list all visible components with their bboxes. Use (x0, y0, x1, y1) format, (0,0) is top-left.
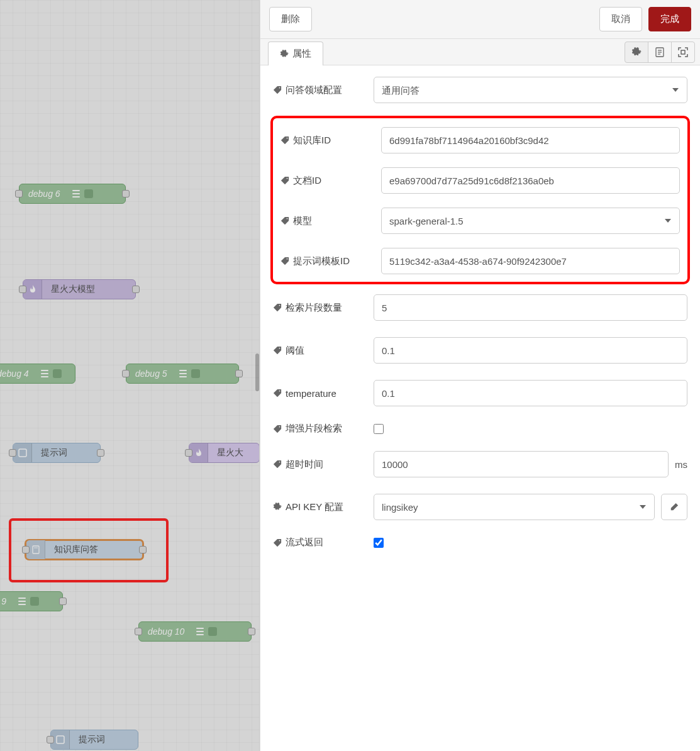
tag-icon (273, 425, 282, 433)
gear-icon (273, 503, 282, 511)
panel-body: 问答领域配置 通用问答 知识库ID 文档ID 模型 spark-general-… (260, 65, 700, 751)
field-label: 阈值 (286, 345, 304, 357)
tab-properties[interactable]: 属性 (268, 42, 323, 65)
field-label: 流式返回 (286, 537, 323, 548)
tag-icon (281, 216, 289, 225)
delete-button[interactable]: 删除 (269, 7, 312, 31)
flow-canvas: debug 6 星火大模型 debug 4 debug 5 提示词 星火大 (0, 0, 260, 751)
field-label: 增强片段检索 (286, 423, 342, 435)
panel-tabs: 属性 (260, 39, 700, 65)
svg-rect-8 (681, 50, 685, 54)
field-label: 模型 (293, 215, 312, 227)
tag-icon (273, 389, 282, 398)
field-domain-config: 问答领域配置 通用问答 (273, 77, 687, 103)
field-label: 文档ID (293, 175, 321, 187)
enhance-checkbox[interactable] (374, 424, 384, 434)
tag-icon (273, 86, 282, 94)
settings-icon-button[interactable] (625, 42, 648, 63)
canvas-dim-overlay (0, 0, 259, 751)
domain-select[interactable]: 通用问答 (374, 77, 687, 103)
field-label: 知识库ID (293, 135, 331, 147)
field-label: temperature (286, 388, 336, 399)
field-segments: 检索片段数量 (273, 294, 687, 321)
apikey-select[interactable]: lingsikey (374, 494, 655, 520)
field-doc-id: 文档ID (281, 167, 680, 194)
field-temperature: temperature (273, 380, 687, 406)
model-select[interactable]: spark-general-1.5 (381, 208, 680, 234)
highlight-box-fields: 知识库ID 文档ID 模型 spark-general-1.5 提示词模板ID (270, 116, 690, 284)
tag-icon (281, 136, 289, 145)
doc-icon-button[interactable] (648, 42, 672, 63)
tag-icon (273, 460, 282, 469)
tag-icon (281, 257, 289, 265)
timeout-input[interactable] (374, 451, 669, 477)
stream-checkbox[interactable] (374, 538, 384, 548)
cancel-button[interactable]: 取消 (599, 7, 642, 31)
done-button[interactable]: 完成 (648, 7, 691, 31)
field-kb-id: 知识库ID (281, 127, 680, 153)
field-label: 检索片段数量 (286, 302, 342, 314)
temperature-input[interactable] (374, 380, 687, 406)
tag-icon (273, 346, 282, 355)
kb-id-input[interactable] (381, 127, 680, 153)
field-apikey: API KEY 配置 lingsikey (273, 494, 687, 520)
field-timeout: 超时时间 ms (273, 451, 687, 477)
field-label: 提示词模板ID (293, 255, 350, 267)
field-stream: 流式返回 (273, 537, 687, 548)
segments-input[interactable] (374, 294, 687, 321)
tab-action-icons (625, 42, 695, 63)
field-label: 问答领域配置 (286, 84, 342, 96)
tag-icon (281, 176, 289, 185)
apikey-edit-button[interactable] (661, 494, 687, 520)
field-label: API KEY 配置 (286, 501, 343, 513)
tab-label: 属性 (292, 48, 311, 60)
tag-icon (273, 538, 282, 547)
pencil-icon (670, 503, 679, 511)
field-threshold: 阈值 (273, 337, 687, 364)
template-id-input[interactable] (381, 248, 680, 274)
focus-icon-button[interactable] (671, 42, 695, 63)
timeout-suffix: ms (675, 459, 687, 470)
field-enhance: 增强片段检索 (273, 423, 687, 435)
panel-toolbar: 删除 取消 完成 (260, 0, 700, 39)
tag-icon (273, 303, 282, 312)
threshold-input[interactable] (374, 337, 687, 364)
field-template-id: 提示词模板ID (281, 248, 680, 274)
field-model: 模型 spark-general-1.5 (281, 208, 680, 234)
field-label: 超时时间 (286, 459, 323, 470)
scrollbar-thumb[interactable] (255, 353, 259, 391)
properties-panel: 删除 取消 完成 属性 问答领域配置 通用问答 知识库ID 文档ID (260, 0, 700, 751)
doc-id-input[interactable] (381, 167, 680, 194)
gear-icon (280, 50, 289, 58)
